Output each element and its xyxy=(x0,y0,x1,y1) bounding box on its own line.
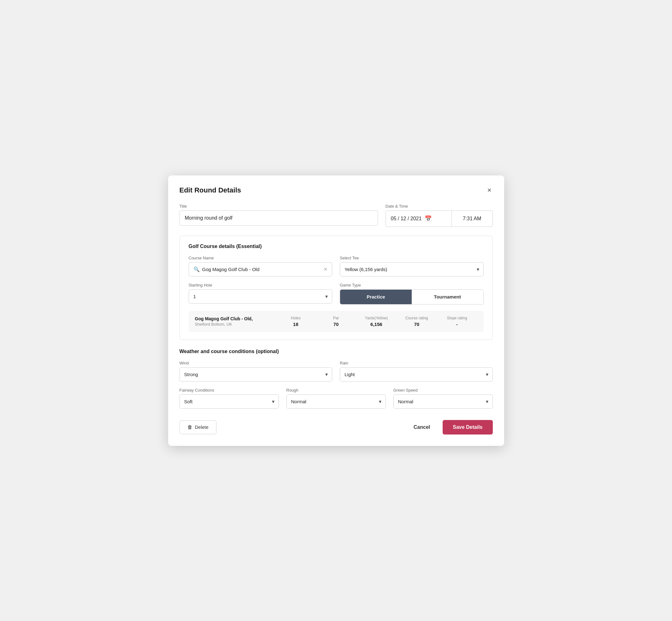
course-name-input[interactable] xyxy=(202,266,321,272)
green-speed-select-wrapper: SlowNormalFastVery Fast ▾ xyxy=(393,395,493,409)
title-field-group: Title xyxy=(179,204,378,227)
starting-hole-label: Starting Hole xyxy=(189,283,333,287)
course-clear-icon[interactable]: ✕ xyxy=(323,266,328,272)
wind-label: Wind xyxy=(179,361,333,365)
course-stat-course-rating: Course rating 70 xyxy=(396,316,437,327)
fairway-dropdown[interactable]: SoftNormalHardWet xyxy=(179,395,279,409)
course-stat-yards: Yards(Yellow) 6,156 xyxy=(356,316,396,327)
modal-title: Edit Round Details xyxy=(179,186,241,194)
yards-value: 6,156 xyxy=(356,322,396,327)
course-name-label: Course Name xyxy=(189,256,333,260)
tournament-button[interactable]: Tournament xyxy=(412,290,483,304)
delete-button[interactable]: 🗑 Delete xyxy=(179,420,216,434)
course-info-location: Shelford Bottom, UK xyxy=(195,322,276,327)
rain-select-wrapper: NoneLightModerateHeavy ▾ xyxy=(340,367,493,381)
rain-dropdown[interactable]: NoneLightModerateHeavy xyxy=(340,367,493,381)
course-rating-label: Course rating xyxy=(396,316,437,320)
course-tee-row: Course Name 🔍 ✕ Select Tee Yellow (6,156… xyxy=(189,256,484,277)
datetime-group: 05 / 12 / 2021 📅 7:31 AM xyxy=(385,210,493,227)
weather-section-title: Weather and course conditions (optional) xyxy=(179,349,493,355)
golf-course-section: Golf Course details (Essential) Course N… xyxy=(179,236,493,340)
footer-right: Cancel Save Details xyxy=(407,420,493,434)
hole-gametype-row: Starting Hole 1234 5678 910 ▾ Game Type … xyxy=(189,283,484,304)
rough-label: Rough xyxy=(287,388,386,392)
fairway-label: Fairway Conditions xyxy=(179,388,279,392)
datetime-field-group: Date & Time 05 / 12 / 2021 📅 7:31 AM xyxy=(385,204,493,227)
time-value: 7:31 AM xyxy=(463,216,481,221)
fairway-rough-green-row: Fairway Conditions SoftNormalHardWet ▾ R… xyxy=(179,388,493,409)
rough-dropdown[interactable]: ShortNormalLongVery Long xyxy=(287,395,386,409)
rough-group: Rough ShortNormalLongVery Long ▾ xyxy=(287,388,386,409)
rain-label: Rain xyxy=(340,361,493,365)
starting-hole-wrapper: 1234 5678 910 ▾ xyxy=(189,289,333,303)
wind-group: Wind CalmLightModerate StrongVery Strong… xyxy=(179,361,333,381)
select-tee-label: Select Tee xyxy=(340,256,484,260)
par-value: 70 xyxy=(316,322,356,327)
starting-hole-dropdown[interactable]: 1234 5678 910 xyxy=(189,289,333,303)
golf-course-section-title: Golf Course details (Essential) xyxy=(189,244,484,249)
save-button[interactable]: Save Details xyxy=(443,420,493,434)
game-type-label: Game Type xyxy=(340,283,484,287)
delete-label: Delete xyxy=(195,424,209,430)
fairway-select-wrapper: SoftNormalHardWet ▾ xyxy=(179,395,279,409)
course-input-wrapper: 🔍 ✕ xyxy=(189,262,333,277)
wind-rain-row: Wind CalmLightModerate StrongVery Strong… xyxy=(179,361,493,381)
datetime-label: Date & Time xyxy=(385,204,493,209)
select-tee-dropdown[interactable]: Yellow (6,156 yards) Red (5,000 yards) W… xyxy=(340,262,484,277)
par-label: Par xyxy=(316,316,356,320)
game-type-group: Game Type Practice Tournament xyxy=(340,283,484,304)
holes-value: 18 xyxy=(276,322,316,327)
slope-rating-label: Slope rating xyxy=(437,316,477,320)
footer-row: 🗑 Delete Cancel Save Details xyxy=(179,417,493,434)
course-name-group: Course Name 🔍 ✕ xyxy=(189,256,333,277)
course-info-name: Gog Magog Golf Club - Old, Shelford Bott… xyxy=(195,316,276,327)
green-speed-dropdown[interactable]: SlowNormalFastVery Fast xyxy=(393,395,493,409)
rain-group: Rain NoneLightModerateHeavy ▾ xyxy=(340,361,493,381)
weather-section: Weather and course conditions (optional)… xyxy=(179,349,493,409)
search-icon: 🔍 xyxy=(194,266,200,272)
edit-round-modal: Edit Round Details × Title Date & Time 0… xyxy=(168,175,504,446)
title-input[interactable] xyxy=(179,210,378,225)
calendar-icon: 📅 xyxy=(425,215,432,222)
title-datetime-row: Title Date & Time 05 / 12 / 2021 📅 7:31 … xyxy=(179,204,493,227)
cancel-button[interactable]: Cancel xyxy=(407,421,436,434)
course-stat-par: Par 70 xyxy=(316,316,356,327)
course-stat-slope-rating: Slope rating - xyxy=(437,316,477,327)
date-value: 05 / 12 / 2021 xyxy=(391,216,422,221)
course-stat-holes: Holes 18 xyxy=(276,316,316,327)
course-info-row: Gog Magog Golf Club - Old, Shelford Bott… xyxy=(189,311,484,332)
select-tee-wrapper: Yellow (6,156 yards) Red (5,000 yards) W… xyxy=(340,262,484,277)
starting-hole-group: Starting Hole 1234 5678 910 ▾ xyxy=(189,283,333,304)
select-tee-group: Select Tee Yellow (6,156 yards) Red (5,0… xyxy=(340,256,484,277)
practice-button[interactable]: Practice xyxy=(340,290,412,304)
game-type-toggle: Practice Tournament xyxy=(340,289,484,304)
fairway-group: Fairway Conditions SoftNormalHardWet ▾ xyxy=(179,388,279,409)
title-label: Title xyxy=(179,204,378,209)
modal-header: Edit Round Details × xyxy=(179,185,493,195)
course-info-name-text: Gog Magog Golf Club - Old, xyxy=(195,316,276,321)
green-speed-label: Green Speed xyxy=(393,388,493,392)
yards-label: Yards(Yellow) xyxy=(356,316,396,320)
wind-select-wrapper: CalmLightModerate StrongVery Strong ▾ xyxy=(179,367,333,381)
wind-dropdown[interactable]: CalmLightModerate StrongVery Strong xyxy=(179,367,333,381)
close-button[interactable]: × xyxy=(486,185,493,195)
green-speed-group: Green Speed SlowNormalFastVery Fast ▾ xyxy=(393,388,493,409)
course-rating-value: 70 xyxy=(396,322,437,327)
rough-select-wrapper: ShortNormalLongVery Long ▾ xyxy=(287,395,386,409)
date-input-wrapper[interactable]: 05 / 12 / 2021 📅 xyxy=(385,210,452,227)
time-input-wrapper[interactable]: 7:31 AM xyxy=(452,210,493,227)
holes-label: Holes xyxy=(276,316,316,320)
trash-icon: 🗑 xyxy=(187,424,193,430)
slope-rating-value: - xyxy=(437,322,477,327)
